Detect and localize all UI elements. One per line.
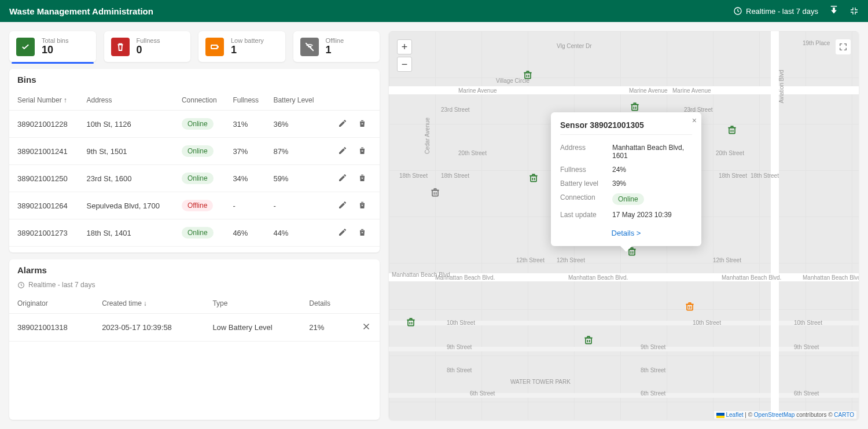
edit-button[interactable] bbox=[338, 146, 347, 157]
fullscreen-exit-button[interactable] bbox=[849, 6, 859, 16]
popup-title: Sensor 389021001305 bbox=[560, 120, 692, 135]
download-icon bbox=[829, 6, 839, 16]
col-fullness[interactable]: Fullness bbox=[228, 90, 269, 111]
bin-marker[interactable] bbox=[405, 316, 417, 328]
table-row[interactable]: 389021001228 10th St, 1126 Online 31% 36… bbox=[9, 111, 380, 138]
delete-button[interactable] bbox=[358, 146, 367, 157]
status-badge: Online bbox=[612, 193, 644, 205]
map-fullscreen-button[interactable] bbox=[836, 39, 851, 54]
download-button[interactable] bbox=[829, 6, 839, 16]
table-row[interactable]: 389021001273 18th St, 1401 Online 46% 44… bbox=[9, 219, 380, 247]
sort-asc-icon: ↑ bbox=[64, 96, 67, 104]
status-badge: Offline bbox=[182, 200, 213, 211]
alarms-panel: Alarms Realtime - last 7 days Originator… bbox=[9, 259, 380, 420]
bin-marker[interactable] bbox=[583, 334, 594, 346]
settings-button[interactable] bbox=[310, 266, 319, 275]
svg-rect-12 bbox=[687, 305, 693, 310]
bins-title: Bins bbox=[17, 75, 328, 85]
col-serial[interactable]: Serial Number↑ bbox=[9, 90, 82, 111]
minimize-icon bbox=[849, 6, 859, 16]
table-row[interactable]: 389021001318 2023-05-17 10:39:58 Low Bat… bbox=[9, 314, 380, 342]
sort-desc-icon: ↓ bbox=[144, 299, 147, 307]
delete-button[interactable] bbox=[358, 173, 367, 184]
col-address[interactable]: Address bbox=[82, 90, 176, 111]
expand-icon bbox=[839, 43, 847, 51]
col-connection[interactable]: Connection bbox=[177, 90, 229, 111]
bin-marker[interactable] bbox=[684, 300, 696, 312]
search-button[interactable] bbox=[345, 75, 354, 85]
table-row[interactable]: 389021001250 23rd St, 1600 Online 34% 59… bbox=[9, 165, 380, 192]
plus-icon bbox=[328, 75, 337, 85]
stat-card-fullness[interactable]: Fullness0 bbox=[104, 31, 191, 62]
status-badge: Online bbox=[182, 118, 214, 130]
map-attribution: Leaflet | © OpenStreetMap contributors ©… bbox=[714, 411, 856, 419]
svg-point-2 bbox=[347, 76, 351, 81]
bin-marker[interactable] bbox=[522, 69, 534, 80]
edit-button[interactable] bbox=[338, 200, 347, 211]
bin-marker[interactable] bbox=[528, 172, 539, 184]
bin-marker[interactable] bbox=[429, 186, 441, 198]
expand-icon bbox=[362, 266, 372, 275]
fullscreen-button[interactable] bbox=[362, 75, 372, 85]
status-badge: Online bbox=[182, 173, 214, 184]
bins-table: Serial Number↑ Address Connection Fullne… bbox=[9, 90, 380, 252]
popup-close-button[interactable]: × bbox=[692, 116, 697, 125]
stat-card-total-bins[interactable]: Total bins10 bbox=[9, 31, 96, 62]
filter-button[interactable] bbox=[345, 266, 354, 275]
table-row[interactable]: 389021001241 9th St, 1501 Online 37% 87% bbox=[9, 138, 380, 165]
svg-rect-6 bbox=[525, 73, 531, 79]
filter-icon bbox=[345, 266, 354, 275]
stat-card-offline[interactable]: Offline1 bbox=[293, 31, 380, 62]
edit-button[interactable] bbox=[338, 228, 347, 239]
map[interactable]: Marine Avenue Marine Avenue Marine Avenu… bbox=[389, 31, 859, 420]
clock-icon bbox=[17, 281, 25, 289]
zoom-out-button[interactable]: − bbox=[397, 57, 412, 72]
bin-marker[interactable] bbox=[726, 124, 738, 135]
alarms-subtitle: Realtime - last 7 days bbox=[28, 281, 95, 289]
search-icon bbox=[328, 266, 337, 275]
fullscreen-button[interactable] bbox=[362, 266, 372, 275]
search-button[interactable] bbox=[328, 266, 337, 275]
delete-button[interactable] bbox=[358, 228, 367, 239]
stat-card-low-battery[interactable]: Low battery1 bbox=[198, 31, 285, 62]
svg-rect-14 bbox=[586, 338, 591, 344]
page-title: Waste Management Administration bbox=[9, 6, 733, 16]
alarms-title: Alarms bbox=[17, 265, 310, 275]
svg-point-3 bbox=[314, 269, 316, 272]
trash-icon bbox=[111, 38, 130, 56]
delete-button[interactable] bbox=[358, 119, 367, 130]
status-badge: Online bbox=[182, 145, 214, 157]
col-type[interactable]: Type bbox=[208, 294, 304, 314]
expand-icon bbox=[362, 75, 372, 85]
col-originator[interactable]: Originator bbox=[9, 294, 97, 314]
details-link[interactable]: Details > bbox=[612, 229, 641, 237]
battery-icon bbox=[205, 38, 224, 56]
gear-icon bbox=[310, 266, 319, 275]
svg-rect-7 bbox=[632, 105, 638, 111]
add-button[interactable] bbox=[328, 75, 337, 85]
svg-rect-13 bbox=[408, 320, 414, 326]
bin-marker[interactable] bbox=[629, 101, 641, 112]
wifi-off-icon bbox=[300, 38, 319, 56]
table-row[interactable]: 389021001291 Oak Avenue, 2304 Online 14%… bbox=[9, 247, 380, 253]
col-battery[interactable]: Battery Level bbox=[269, 90, 326, 111]
alarms-table: Originator Created time↓ Type Details 38… bbox=[9, 294, 380, 342]
col-created[interactable]: Created time↓ bbox=[97, 294, 208, 314]
search-icon bbox=[345, 75, 354, 85]
clock-icon bbox=[733, 6, 742, 16]
zoom-in-button[interactable]: + bbox=[397, 39, 412, 54]
delete-button[interactable] bbox=[358, 200, 367, 211]
edit-button[interactable] bbox=[338, 119, 347, 130]
time-range-selector[interactable]: Realtime - last 7 days bbox=[733, 6, 818, 16]
col-details[interactable]: Details bbox=[304, 294, 347, 314]
sensor-popup: × Sensor 389021001305 AddressManhattan B… bbox=[551, 112, 701, 246]
svg-rect-9 bbox=[531, 176, 536, 182]
svg-point-4 bbox=[329, 267, 334, 272]
table-row[interactable]: 389021001264 Sepulveda Blvd, 1700 Offlin… bbox=[9, 192, 380, 219]
dismiss-button[interactable] bbox=[361, 325, 372, 333]
check-icon bbox=[16, 38, 35, 56]
bins-panel: Bins Serial Number↑ Address Connection F… bbox=[9, 69, 380, 252]
edit-button[interactable] bbox=[338, 173, 347, 184]
svg-rect-8 bbox=[729, 128, 735, 134]
svg-rect-10 bbox=[432, 190, 438, 196]
